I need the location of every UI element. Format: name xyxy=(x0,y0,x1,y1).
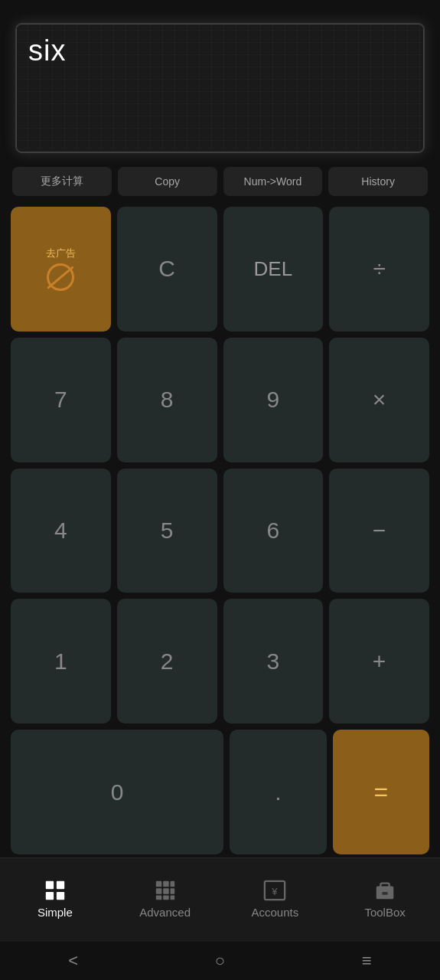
system-navbar: < ○ ≡ xyxy=(0,942,440,980)
decimal-button[interactable]: . xyxy=(230,730,326,854)
delete-button[interactable]: DEL xyxy=(223,207,324,332)
key-4[interactable]: 4 xyxy=(11,469,111,593)
svg-rect-0 xyxy=(46,881,54,889)
svg-rect-9 xyxy=(170,888,174,894)
nav-advanced-label: Advanced xyxy=(139,906,191,919)
key-row-5: 0 . = xyxy=(11,730,429,854)
key-row-1: 去广告 C DEL ÷ xyxy=(11,207,429,332)
copy-button[interactable]: Copy xyxy=(118,167,217,196)
svg-rect-6 xyxy=(170,881,174,887)
toolbar: 更多计算 Copy Num->Word History xyxy=(12,167,428,196)
svg-rect-7 xyxy=(155,888,161,894)
toolbox-icon xyxy=(373,878,397,903)
nav-simple[interactable]: Simple xyxy=(0,872,110,925)
keypad: 去广告 C DEL ÷ 7 8 9 × xyxy=(0,202,440,858)
svg-rect-11 xyxy=(163,896,169,900)
advanced-icon xyxy=(153,878,178,903)
key-3[interactable]: 3 xyxy=(223,599,324,724)
svg-rect-5 xyxy=(163,881,169,887)
nav-toolbox-label: ToolBox xyxy=(364,906,405,919)
menu-button[interactable]: ≡ xyxy=(347,946,387,975)
remove-ad-button[interactable]: 去广告 xyxy=(11,207,111,332)
nav-accounts-label: Accounts xyxy=(252,906,299,919)
svg-rect-10 xyxy=(155,896,161,900)
svg-rect-2 xyxy=(46,892,54,900)
simple-icon xyxy=(43,878,67,903)
num-word-button[interactable]: Num->Word xyxy=(223,167,323,196)
key-7[interactable]: 7 xyxy=(11,338,111,462)
svg-rect-12 xyxy=(170,896,174,900)
accounts-icon: ¥ xyxy=(262,878,287,903)
display-value: six xyxy=(28,34,66,67)
subtract-button[interactable]: − xyxy=(329,469,429,593)
divide-button[interactable]: ÷ xyxy=(329,207,429,332)
ad-label: 去广告 xyxy=(46,247,76,260)
svg-rect-4 xyxy=(155,881,161,887)
multiply-button[interactable]: × xyxy=(329,338,429,462)
bottom-nav: Simple Advanced xyxy=(0,858,440,942)
svg-rect-17 xyxy=(382,892,388,895)
key-row-2: 7 8 9 × xyxy=(11,338,429,462)
key-row-3: 4 5 6 − xyxy=(11,469,429,593)
key-9[interactable]: 9 xyxy=(223,338,324,462)
nav-accounts[interactable]: ¥ Accounts xyxy=(220,872,331,925)
svg-rect-3 xyxy=(57,892,64,900)
svg-rect-16 xyxy=(381,884,389,888)
nav-toolbox[interactable]: ToolBox xyxy=(330,872,440,925)
back-button[interactable]: < xyxy=(53,946,93,975)
nav-advanced[interactable]: Advanced xyxy=(110,872,220,925)
key-1[interactable]: 1 xyxy=(11,599,111,724)
svg-text:¥: ¥ xyxy=(272,886,279,897)
key-5[interactable]: 5 xyxy=(117,469,217,593)
add-button[interactable]: + xyxy=(329,599,429,724)
key-2[interactable]: 2 xyxy=(117,599,217,724)
more-calc-button[interactable]: 更多计算 xyxy=(12,167,112,196)
key-row-4: 1 2 3 + xyxy=(11,599,429,724)
nav-simple-label: Simple xyxy=(37,906,73,919)
key-6[interactable]: 6 xyxy=(223,469,324,593)
equals-button[interactable]: = xyxy=(333,730,429,854)
display-area: six xyxy=(15,23,425,153)
key-0[interactable]: 0 xyxy=(11,730,223,854)
svg-rect-8 xyxy=(163,888,169,894)
key-8[interactable]: 8 xyxy=(117,338,217,462)
clear-button[interactable]: C xyxy=(117,207,217,332)
history-button[interactable]: History xyxy=(328,167,428,196)
app-container: six 更多计算 Copy Num->Word History 去广告 C DE… xyxy=(0,0,440,980)
svg-rect-1 xyxy=(57,881,64,889)
home-button[interactable]: ○ xyxy=(200,946,240,975)
no-ad-icon xyxy=(47,263,74,291)
